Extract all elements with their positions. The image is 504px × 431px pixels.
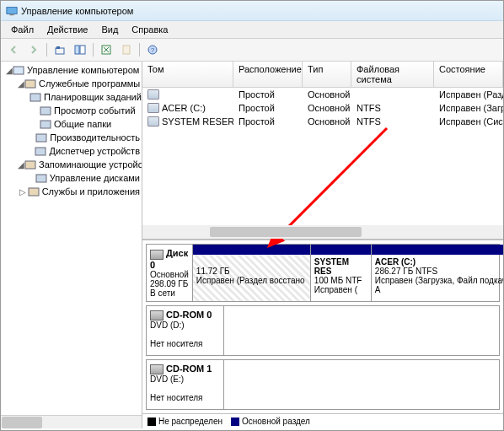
col-layout[interactable]: Расположение	[233, 62, 303, 87]
svg-text:?: ?	[151, 46, 155, 54]
app-icon	[6, 5, 18, 17]
svg-rect-16	[35, 148, 46, 155]
menu-view[interactable]: Вид	[94, 23, 125, 36]
svg-rect-11	[25, 80, 35, 88]
legend-primary: Основной раздел	[242, 417, 310, 426]
volume-row[interactable]: Простой Основной Исправен (Раздел восста…	[142, 88, 503, 101]
svg-rect-17	[25, 161, 35, 169]
tree-item[interactable]: Планировщик заданий	[3, 90, 140, 104]
volume-row[interactable]: SYSTEM RESERVED Простой Основной NTFS Ис…	[142, 115, 503, 128]
disk-row: Диск 0Основной298.09 ГБВ сети11.72 ГБИсп…	[146, 244, 500, 301]
back-button	[4, 41, 23, 58]
svg-rect-5	[80, 46, 85, 54]
disk-icon	[150, 364, 164, 374]
forward-button	[24, 41, 43, 58]
partition[interactable]: ACER (C:)286.27 ГБ NTFSИсправен (Загрузк…	[372, 245, 503, 300]
svg-rect-10	[13, 67, 24, 74]
partition[interactable]: 11.72 ГБИсправен (Раздел восстано	[193, 245, 311, 300]
legend: Не распределен Основной раздел	[142, 413, 503, 428]
up-button[interactable]	[51, 41, 69, 58]
tree-item[interactable]: Производительность	[3, 131, 140, 144]
disk-info[interactable]: CD-ROM 0DVD (D:)Нет носителя	[147, 306, 224, 355]
tree-root[interactable]: ◢Управление компьютером (л	[3, 63, 140, 77]
menu-action[interactable]: Действие	[40, 23, 94, 36]
disk-info[interactable]: Диск 0Основной298.09 ГБВ сети	[147, 245, 193, 300]
svg-rect-14	[40, 121, 51, 128]
tree-item[interactable]: Общие папки	[3, 117, 140, 131]
tree-scrollbar[interactable]	[1, 415, 142, 428]
menu-help[interactable]: Справка	[125, 23, 174, 36]
col-volume[interactable]: Том	[142, 62, 233, 87]
volume-scrollbar[interactable]	[142, 225, 503, 239]
disk-icon	[150, 250, 164, 260]
window-title: Управление компьютером	[21, 6, 133, 16]
help-button[interactable]: ?	[143, 41, 162, 58]
disk-row: CD-ROM 0DVD (D:)Нет носителя	[146, 305, 500, 356]
svg-rect-2	[56, 48, 64, 54]
col-status[interactable]: Состояние	[434, 62, 503, 87]
tree-group[interactable]: ▷Службы и приложения	[3, 185, 140, 198]
disk-row: CD-ROM 1DVD (E:)Нет носителя	[146, 359, 500, 410]
volume-list-space	[142, 128, 503, 240]
toolbar: ?	[1, 39, 503, 62]
svg-rect-4	[75, 46, 79, 54]
tree-panel: ◢Управление компьютером (л◢Служебные про…	[1, 62, 142, 428]
partition[interactable]: SYSTEM RES100 МБ NTFИсправен (	[311, 245, 372, 300]
disk-info[interactable]: CD-ROM 1DVD (E:)Нет носителя	[147, 360, 224, 409]
svg-rect-12	[30, 94, 40, 101]
tree-item[interactable]: Управление дисками	[3, 171, 140, 185]
svg-rect-3	[56, 46, 60, 49]
volume-icon	[147, 116, 159, 127]
refresh-button[interactable]	[97, 41, 115, 58]
tree-group[interactable]: ◢Служебные программы	[3, 77, 140, 90]
volume-row[interactable]: ACER (C:) Простой Основной NTFS Исправен…	[142, 101, 503, 115]
volume-icon	[147, 89, 159, 100]
show-hide-button[interactable]	[71, 41, 89, 58]
svg-rect-18	[36, 175, 46, 182]
content-panel: Том Расположение Тип Файловая система Со…	[142, 62, 503, 428]
menubar: Файл Действие Вид Справка	[1, 21, 503, 39]
svg-rect-7	[123, 46, 130, 54]
disk-pane: Диск 0Основной298.09 ГБВ сети11.72 ГБИсп…	[142, 240, 503, 412]
legend-unallocated: Не распределен	[158, 417, 223, 426]
titlebar: Управление компьютером	[1, 1, 503, 21]
svg-rect-0	[7, 7, 17, 13]
col-fs[interactable]: Файловая система	[351, 62, 434, 87]
volume-list-header: Том Расположение Тип Файловая система Со…	[142, 62, 503, 88]
tree-group[interactable]: ◢Запоминающие устройст	[3, 158, 140, 171]
no-media	[224, 360, 499, 409]
tree-item[interactable]: Диспетчер устройств	[3, 144, 140, 158]
tree-item[interactable]: Просмотр событий	[3, 104, 140, 117]
disk-icon	[150, 310, 164, 321]
svg-rect-19	[29, 188, 39, 196]
svg-rect-13	[40, 107, 51, 115]
svg-rect-15	[36, 134, 46, 142]
svg-rect-1	[9, 13, 13, 15]
volume-list: Простой Основной Исправен (Раздел восста…	[142, 88, 503, 128]
properties-button	[117, 41, 136, 58]
menu-file[interactable]: Файл	[4, 23, 40, 36]
col-type[interactable]: Тип	[303, 62, 351, 87]
no-media	[224, 306, 499, 355]
volume-icon	[147, 103, 159, 113]
